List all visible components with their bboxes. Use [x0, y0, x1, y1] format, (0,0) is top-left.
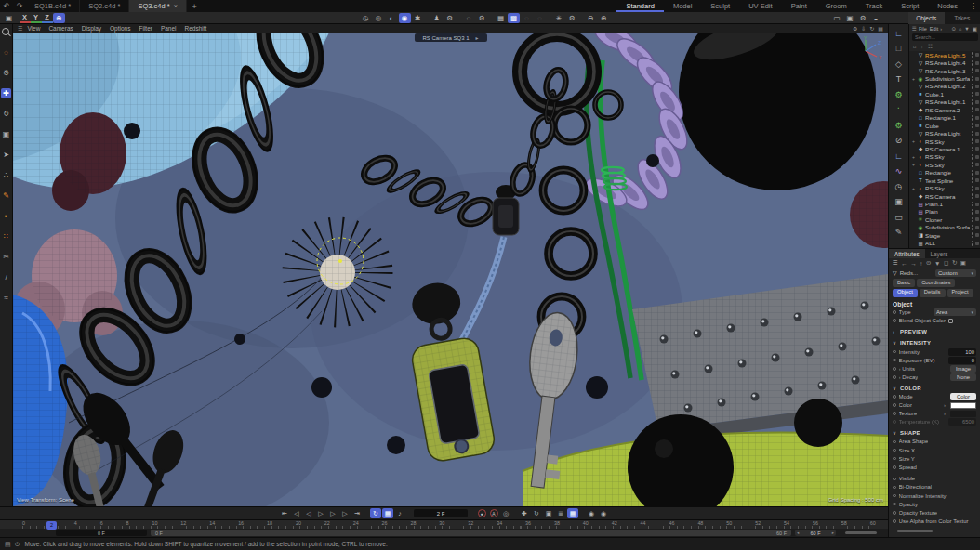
undo-icon[interactable]: ↶ [0, 0, 13, 12]
attribute-value[interactable]: Color [950, 393, 976, 400]
object-row[interactable]: RS Area Light.5 [909, 51, 980, 59]
viewport-settings-icon[interactable]: ⚙ [853, 25, 857, 32]
object-row[interactable]: RS Area Light.2 [909, 83, 980, 90]
attribute-tab-button[interactable]: Object [893, 289, 918, 297]
brush-tool[interactable]: / [1, 272, 11, 282]
prev-key-button[interactable]: ◁ [291, 508, 302, 518]
render-tag[interactable] [975, 178, 979, 182]
object-row[interactable]: Plain [909, 208, 980, 216]
tab-layers[interactable]: Layers [925, 249, 954, 258]
visibility-dots[interactable] [972, 193, 973, 199]
scene-root-icon[interactable]: ⌂ [913, 44, 916, 49]
visibility-dots[interactable] [972, 147, 973, 152]
visibility-dots[interactable] [972, 241, 973, 246]
objects-menu-icon[interactable]: ☰ [912, 26, 917, 32]
objects-search-input[interactable] [912, 33, 978, 41]
visibility-dots[interactable] [972, 186, 973, 191]
render-view-icon[interactable]: ▭ [831, 13, 843, 23]
range-start-grip[interactable]: 0 F [155, 530, 163, 536]
render-tag[interactable] [975, 116, 979, 120]
keyframe-dot[interactable] [893, 494, 896, 498]
render-tag[interactable] [975, 124, 979, 127]
expand-icon[interactable] [912, 76, 916, 82]
object-row[interactable]: Cloner [909, 216, 980, 223]
attr-menu-icon[interactable]: ☰ [893, 259, 898, 267]
object-row[interactable]: RS Area Light.1 [909, 98, 980, 106]
object-row[interactable]: RS Area Light.3 [909, 67, 980, 74]
solo-on-button[interactable]: ◉ [598, 508, 609, 518]
section-chevron-icon[interactable]: ∨ [893, 430, 897, 436]
attribute-row[interactable]: Temperature (K) › 6500 [889, 418, 980, 426]
attribute-row[interactable]: Spread › [889, 463, 980, 471]
recent-tool-1[interactable]: ▪ [1, 211, 11, 221]
visibility-dots[interactable] [972, 209, 973, 215]
expand-icon[interactable] [912, 154, 916, 160]
viewport-solo-hierarchy-icon[interactable]: ◐ [386, 13, 398, 23]
layout-tab[interactable]: Groom [816, 0, 856, 12]
keyframe-dot[interactable] [893, 478, 896, 481]
axis-lock-z[interactable]: Z [42, 13, 53, 23]
expand-icon[interactable] [912, 138, 916, 144]
attr-expand-icon[interactable]: ▣ [960, 259, 966, 267]
move-tool[interactable]: ✚ [1, 88, 11, 98]
go-up-icon[interactable]: ↑ [920, 44, 923, 49]
attribute-value[interactable]: None [950, 373, 976, 381]
layout-tab[interactable]: Standard [616, 0, 663, 12]
display-mode-icon[interactable]: ▭ [893, 211, 906, 223]
visibility-dots[interactable] [972, 76, 973, 82]
range-end-spinner[interactable]: ◂ 60 F ▸ [795, 530, 836, 536]
mode-dropdown[interactable]: Custom ▾ [935, 269, 976, 277]
keyframe-dot[interactable] [893, 440, 896, 444]
viewport-solo-off-icon[interactable]: ◷ [360, 13, 372, 23]
visibility-dots[interactable] [972, 177, 973, 183]
redo-icon[interactable]: ↷ [13, 0, 26, 12]
object-row[interactable]: Plain.1 [909, 200, 980, 207]
attribute-row[interactable]: ∨ SHAPE › [889, 429, 980, 438]
render-tag[interactable] [975, 233, 979, 237]
tab-objects[interactable]: Objects [908, 12, 945, 24]
render-tag[interactable] [975, 61, 979, 65]
attribute-tab-button[interactable]: Basic [893, 279, 915, 287]
keyframe-dot[interactable] [893, 310, 896, 314]
layout-tab[interactable]: Script [892, 0, 928, 12]
spinner-left-icon[interactable]: ◂ [797, 530, 799, 535]
attribute-row[interactable]: Size X › [889, 446, 980, 454]
objects-menu-more-icon[interactable]: › [940, 26, 942, 32]
range-start-field[interactable]: 0 F [56, 530, 147, 536]
range-end-grip[interactable]: 60 F [776, 530, 787, 536]
record-parameter-toggle[interactable]: ≣ [555, 508, 566, 518]
selection-stack-icon[interactable]: ∴ [1, 170, 11, 180]
axis-mode-icon[interactable]: ∟ [893, 150, 906, 162]
keyframe-dot[interactable] [893, 359, 896, 362]
disable-mode-icon[interactable]: ⊘ [893, 135, 906, 147]
attribute-row[interactable]: Normalize Intensity › [889, 491, 980, 500]
visibility-dots[interactable] [972, 99, 973, 105]
object-row[interactable]: RS Area Light [909, 129, 980, 137]
render-tag[interactable] [975, 242, 979, 245]
new-tab-button[interactable]: + [187, 0, 202, 12]
viewport-menu-item[interactable]: Redshift [185, 24, 207, 33]
remove-icon[interactable]: ⊖ [585, 13, 597, 23]
axis-lock-x[interactable]: X [20, 13, 31, 23]
attr-back-icon[interactable]: ← [901, 260, 907, 267]
render-tag[interactable] [975, 163, 979, 166]
record-scale-toggle[interactable]: ▣ [543, 508, 554, 518]
layout-tab[interactable]: Nodes [928, 0, 967, 12]
play-button[interactable]: ▷ [315, 508, 326, 518]
section-chevron-icon[interactable]: › [893, 329, 897, 334]
link-arrow-icon[interactable]: › [944, 402, 946, 408]
layout-tab[interactable]: Track [856, 0, 892, 12]
spline-pen-tool[interactable]: ✎ [1, 190, 11, 201]
mograph-settings-icon[interactable]: ⚙ [566, 13, 578, 23]
layout-overflow-icon[interactable]: ⋮ [967, 0, 980, 12]
autokey-button[interactable]: A [490, 509, 498, 517]
snap-grid-icon[interactable]: ▦ [495, 13, 507, 23]
viewport-menu-item[interactable]: View [27, 24, 40, 33]
cloner-mode-icon[interactable]: ∴ [893, 104, 906, 116]
visibility-dots[interactable] [972, 170, 973, 176]
attribute-value[interactable]: Image [950, 365, 976, 373]
attribute-row[interactable]: Exposure (EV) › 0 [889, 356, 980, 364]
camera-label[interactable]: RS Camera SQ3 1 ▸ [414, 33, 486, 42]
attribute-row[interactable]: Area Shape › [889, 438, 980, 446]
close-icon[interactable]: × [174, 2, 179, 10]
